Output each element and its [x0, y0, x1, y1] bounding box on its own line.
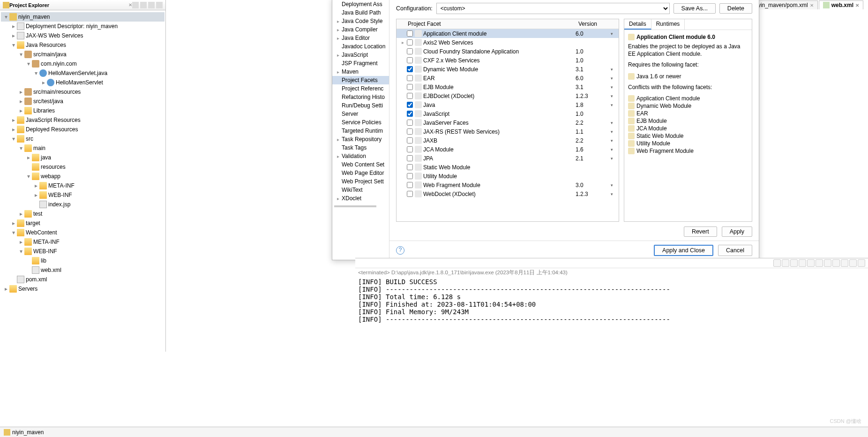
tree-node[interactable]: ▸WEB-INF [1, 190, 165, 200]
category-item[interactable]: ▸Java Code Style [332, 17, 389, 25]
expand-icon[interactable]: ▾ [25, 173, 32, 180]
category-item[interactable]: Refactoring Histo [332, 93, 389, 101]
category-item[interactable]: Java Build Path [332, 8, 389, 17]
revert-button[interactable]: Revert [684, 226, 717, 237]
tree-node[interactable]: ▾src [1, 134, 165, 143]
collapse-icon[interactable] [132, 2, 139, 8]
open-console-icon[interactable] [841, 259, 848, 267]
facet-checkbox[interactable] [407, 137, 413, 143]
facet-checkbox[interactable] [407, 182, 413, 188]
category-item[interactable]: Web Project Sett [332, 177, 389, 186]
expand-icon[interactable]: ▸ [18, 211, 24, 217]
scroll-lock-icon[interactable] [807, 259, 815, 267]
tree-node[interactable]: ▸src/test/java [1, 97, 165, 106]
facet-checkbox[interactable] [407, 39, 413, 45]
expand-icon[interactable]: ▾ [18, 248, 24, 255]
facet-checkbox[interactable] [407, 30, 413, 37]
facet-checkbox[interactable] [407, 146, 413, 152]
expand-icon[interactable]: ▸ [3, 286, 9, 292]
tree-node[interactable]: ▸target [1, 218, 165, 228]
tree-node[interactable]: ▸test [1, 209, 165, 218]
facet-row[interactable]: Dynamic Web Module3.1▾ [397, 65, 619, 74]
category-item[interactable]: ▸Validation [332, 152, 389, 160]
facet-row[interactable]: JCA Module1.6▾ [397, 145, 619, 154]
tree-node[interactable]: ▸JAX-WS Web Services [1, 31, 165, 40]
category-item[interactable]: Javadoc Location [332, 42, 389, 51]
tree-node[interactable]: ▸src/main/resources [1, 87, 165, 97]
col-project-facet[interactable]: Project Facet [397, 19, 575, 29]
version-dropdown-icon[interactable]: ▾ [606, 138, 617, 143]
tree-node[interactable]: ▾com.niyin.com [1, 59, 165, 68]
facet-row[interactable]: Java1.8▾ [397, 100, 619, 109]
max-icon[interactable] [858, 259, 865, 267]
facet-checkbox[interactable] [407, 75, 413, 81]
facet-row[interactable]: JAX-RS (REST Web Services)1.1▾ [397, 127, 619, 136]
clear-icon[interactable] [799, 259, 806, 267]
category-item[interactable]: ▸Maven [332, 68, 389, 76]
scrollbar[interactable] [334, 205, 376, 207]
facet-row[interactable]: ▸Axis2 Web Services [397, 38, 619, 47]
tab-details[interactable]: Details [624, 19, 651, 30]
facet-checkbox[interactable] [407, 164, 413, 170]
version-dropdown-icon[interactable]: ▾ [606, 76, 617, 81]
facet-checkbox[interactable] [407, 84, 413, 90]
editor-tab[interactable]: web.xml✕ [819, 0, 863, 9]
tree-node[interactable]: ▾WebContent [1, 228, 165, 237]
category-item[interactable]: Project Facets [332, 76, 389, 84]
category-item[interactable]: WikiText [332, 186, 389, 194]
facet-row[interactable]: Static Web Module [397, 163, 619, 172]
tree-node[interactable]: resources [1, 162, 165, 172]
facet-row[interactable]: Application Client module6.0▾ [397, 29, 619, 38]
remove-all-icon[interactable] [782, 259, 789, 267]
col-version[interactable]: Version [575, 19, 607, 29]
delete-button[interactable]: Delete [719, 3, 752, 14]
expand-icon[interactable]: ▸ [40, 79, 47, 86]
tree-node[interactable]: ▸java [1, 153, 165, 162]
category-item[interactable]: ▸Java Compiler [332, 25, 389, 34]
category-item[interactable]: Server [332, 110, 389, 118]
expand-icon[interactable]: ▸ [10, 220, 17, 226]
category-item[interactable]: ▸JavaScript [332, 51, 389, 59]
category-item[interactable]: ▸Java Editor [332, 34, 389, 42]
category-item[interactable]: Service Policies [332, 118, 389, 127]
tree-node[interactable]: ▾WEB-INF [1, 247, 165, 256]
facet-row[interactable]: Cloud Foundry Standalone Application1.0 [397, 47, 619, 56]
tree-node[interactable]: ▸META-INF [1, 237, 165, 247]
expand-icon[interactable]: ▸ [33, 192, 39, 198]
facet-row[interactable]: JPA2.1▾ [397, 154, 619, 163]
expand-icon[interactable]: ▸ [10, 126, 17, 133]
menu-icon[interactable] [148, 2, 155, 8]
expand-icon[interactable]: ▸ [33, 182, 39, 189]
facet-row[interactable]: JavaServer Faces2.2▾ [397, 118, 619, 127]
expand-icon[interactable]: ▾ [10, 136, 17, 142]
min-icon[interactable] [849, 259, 857, 267]
category-item[interactable]: Deployment Ass [332, 0, 389, 8]
facet-checkbox[interactable] [407, 57, 413, 63]
remove-launch-icon[interactable] [773, 259, 781, 267]
help-icon[interactable]: ? [396, 246, 404, 255]
new-console-icon[interactable] [832, 259, 840, 267]
version-dropdown-icon[interactable]: ▾ [606, 31, 617, 36]
category-item[interactable]: Web Page Editor [332, 169, 389, 177]
facet-checkbox[interactable] [407, 102, 413, 108]
project-tree[interactable]: ▾niyin_maven▸Deployment Descriptor: niyi… [0, 10, 165, 295]
facet-row[interactable]: Web Fragment Module3.0▾ [397, 181, 619, 189]
expand-icon[interactable]: ▸ [18, 107, 24, 114]
facet-checkbox[interactable] [407, 48, 413, 54]
pin-icon[interactable] [816, 259, 823, 267]
category-item[interactable]: Project Referenc [332, 84, 389, 93]
facet-row[interactable]: JAXB2.2▾ [397, 136, 619, 145]
category-item[interactable]: ▸Task Repository [332, 135, 389, 143]
category-item[interactable]: Task Tags [332, 143, 389, 152]
category-item[interactable]: ▸XDoclet [332, 194, 389, 203]
version-dropdown-icon[interactable]: ▾ [606, 121, 617, 125]
category-item[interactable]: JSP Fragment [332, 59, 389, 68]
link-editor-icon[interactable] [140, 2, 147, 8]
facet-row[interactable]: CXF 2.x Web Services1.0 [397, 56, 619, 65]
tree-node[interactable]: ▾webapp [1, 172, 165, 181]
menu-icon[interactable] [156, 2, 163, 8]
category-item[interactable]: Run/Debug Setti [332, 101, 389, 110]
apply-button[interactable]: Apply [722, 226, 752, 237]
expand-icon[interactable]: ▸ [10, 23, 17, 30]
category-item[interactable]: Web Content Set [332, 160, 389, 169]
